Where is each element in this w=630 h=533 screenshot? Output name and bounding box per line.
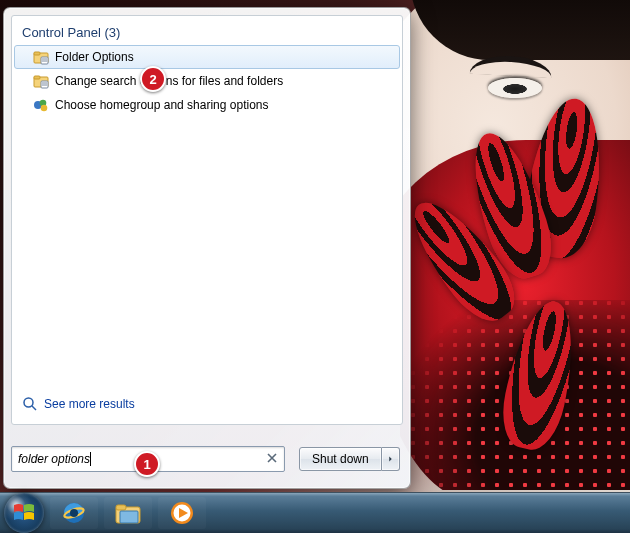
result-item-label: Change search options for files and fold…: [55, 74, 283, 88]
windows-logo-icon: [11, 500, 37, 526]
result-category-header: Control Panel (3): [12, 16, 402, 45]
start-menu-bottom-bar: folder options Shut down: [11, 440, 403, 478]
clear-search-button[interactable]: [265, 451, 279, 465]
svg-point-12: [70, 509, 78, 517]
internet-explorer-icon: [61, 500, 87, 526]
taskbar-item-explorer[interactable]: [104, 497, 152, 529]
svg-rect-15: [120, 511, 138, 523]
wallpaper-art: [400, 0, 630, 490]
homegroup-icon: [33, 97, 49, 113]
file-explorer-icon: [114, 501, 142, 525]
taskbar-item-media-player[interactable]: [158, 497, 206, 529]
close-icon: [265, 451, 279, 465]
svg-point-9: [24, 398, 33, 407]
result-item-label: Choose homegroup and sharing options: [55, 98, 268, 112]
shutdown-button[interactable]: Shut down: [299, 447, 382, 471]
result-item-homegroup[interactable]: Choose homegroup and sharing options: [14, 93, 400, 117]
search-results-pane: Control Panel (3) Folder Options Change …: [11, 15, 403, 425]
search-input[interactable]: folder options: [11, 446, 285, 472]
shutdown-split-button: Shut down: [299, 447, 400, 471]
chevron-right-icon: [388, 455, 393, 463]
text-caret: [90, 452, 91, 466]
result-item-folder-options[interactable]: Folder Options: [14, 45, 400, 69]
result-item-label: Folder Options: [55, 50, 134, 64]
svg-rect-4: [34, 76, 40, 79]
folder-options-icon: [33, 73, 49, 89]
taskbar-item-ie[interactable]: [50, 497, 98, 529]
svg-point-8: [41, 105, 48, 112]
start-menu: Control Panel (3) Folder Options Change …: [3, 7, 411, 489]
svg-rect-1: [34, 52, 40, 55]
folder-options-icon: [33, 49, 49, 65]
see-more-label: See more results: [44, 397, 135, 411]
taskbar: [0, 492, 630, 533]
search-value: folder options: [18, 452, 90, 466]
svg-rect-14: [116, 505, 126, 510]
search-icon: [22, 396, 38, 412]
see-more-results-link[interactable]: See more results: [22, 396, 135, 412]
shutdown-menu-button[interactable]: [382, 447, 400, 471]
result-item-search-options[interactable]: Change search options for files and fold…: [14, 69, 400, 93]
media-player-icon: [169, 500, 195, 526]
start-button[interactable]: [4, 493, 44, 533]
